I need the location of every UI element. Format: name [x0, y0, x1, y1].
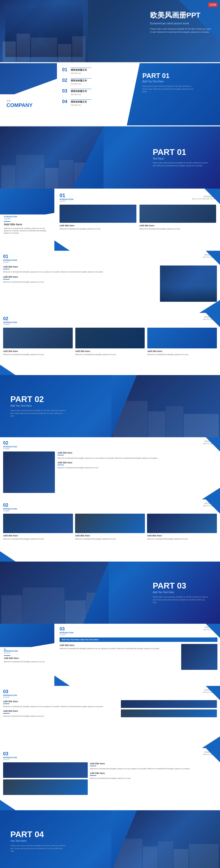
c01-second-block: Add title here Welcome to download this …	[3, 276, 157, 283]
c04-img1	[3, 514, 73, 533]
part04-buildings	[111, 834, 220, 868]
c07-t1: Add title here	[90, 762, 217, 765]
c06-b2: Welcome to download this template, pleas…	[3, 715, 118, 717]
c07-second: Add title here Welcome to download this …	[90, 772, 217, 779]
c04-t2: Add title here	[75, 534, 145, 537]
c05-blue-bar: Add You Text Here Add You Text Here	[60, 638, 217, 642]
c05-tri-bl	[54, 676, 70, 686]
c04-col1: Add title here Welcome to download this …	[3, 514, 73, 540]
c07-img1	[3, 762, 88, 778]
c02-t1: Add title here	[3, 350, 73, 352]
intro-divider	[4, 221, 10, 222]
c05-rt1: Add title here	[60, 644, 179, 647]
c07-t2: Add title here	[90, 772, 217, 774]
c05-rcol1: Add title here Welcome to download this …	[60, 644, 179, 670]
c01-label: INTRODUCTION	[3, 259, 17, 261]
toc-part01-panel: PART 01 Add You Text Here Please add a c…	[127, 63, 220, 125]
part01-big-text: PART 01	[153, 148, 210, 156]
c02-t2: Add title here	[75, 350, 145, 352]
c03-body: 02 INTRODUCTION 企业规模 请添加标题文本Add You Text…	[0, 437, 220, 496]
intro-img-1	[60, 205, 136, 223]
toc-left-img	[0, 63, 57, 125]
c05-img-cut	[0, 639, 54, 647]
slide-part03-header: PART 03 Add You Text Here Please add a c…	[0, 562, 220, 624]
part04-sub: You Text Here	[10, 839, 67, 842]
c05-left-text: 03 INTRODUCTION 企业文化 Add title here Welc…	[4, 648, 52, 663]
toc-company-title: COMPANY	[6, 102, 33, 108]
c04-b2: Welcome to download this template, pleas…	[75, 538, 145, 540]
c05-left: 03 INTRODUCTION 企业文化 Add title here Welc…	[0, 624, 54, 686]
toc-part01-sub: Add You Text Here	[143, 80, 194, 83]
c03-second: Add title here Welcome to download this …	[58, 461, 217, 469]
intro-title-1: Add title here	[60, 224, 136, 227]
c04-t3: Add title here	[147, 534, 217, 537]
c02-header: 02 INTRODUCTION 企业规模 请添加标题文本Add You Text…	[3, 316, 217, 326]
c02-tri-tr	[206, 313, 220, 327]
toc-label: 目录 COMPANY	[6, 99, 33, 108]
c02-b3: Welcome to download this template, pleas…	[147, 353, 217, 355]
part02-buildings	[111, 396, 220, 437]
c04-sub: 企业规模	[3, 510, 17, 512]
c01-img-grad	[160, 286, 217, 302]
c07-line2	[90, 775, 96, 776]
c04-layout: Add title here Welcome to download this …	[3, 514, 217, 540]
c06-t1: Add title here	[3, 700, 118, 703]
c06-line2	[3, 713, 9, 714]
toc-title-4: 请添加标题文本	[71, 100, 122, 103]
intro-col2: Add title here Welcome to download this …	[139, 205, 216, 230]
toc-items: 01 请添加标题文本 Add title here 02 请添加标题文本 Add…	[62, 67, 122, 110]
c07-tri-tr	[206, 748, 220, 762]
intro-img-cut	[0, 207, 54, 215]
cover-sub-title: Euramerican wind picture book	[150, 22, 212, 25]
c02-img1	[3, 328, 73, 348]
toc-item-3: 03 请添加标题文本 Add title here	[62, 88, 122, 95]
toc-divider-4	[71, 99, 91, 100]
slide-content-06: 03 INTRODUCTION 企业文化 请添加标题文本Add You Text…	[0, 686, 220, 748]
c03-t1: Add title here	[58, 452, 217, 454]
intro-right: 01 INTRODUCTION 企业简介 请添加标题文本Add You Text…	[57, 189, 220, 251]
c07-layout: Add title here Welcome to download this …	[3, 762, 217, 795]
c04-tri-tr	[206, 499, 220, 514]
c02-tri-bl	[0, 365, 15, 375]
c07-text: Add title here Welcome to download this …	[90, 762, 217, 795]
c03-main-img	[3, 452, 55, 493]
c03-tri-tr	[206, 437, 220, 452]
part03-sub: Add You Text Here	[153, 591, 210, 594]
part02-city	[111, 375, 220, 437]
toc-sub-3: Add title here	[71, 94, 122, 95]
intro-img-2	[139, 205, 216, 223]
toc-divider-2	[71, 78, 91, 79]
toc-num-3: 03	[62, 88, 69, 94]
cover-main-title: 欧美风画册PPT	[150, 10, 212, 20]
c03-tri-br	[202, 488, 220, 499]
c01-sub: 企业简介	[3, 261, 17, 264]
slide-content-01: 01 INTRODUCTION 企业简介 请添加标题文本Add You Text…	[0, 251, 220, 313]
c04-header: 02 INTRODUCTION 企业规模 请添加标题文本Add You Text…	[3, 502, 217, 512]
c02-b1: Welcome to download this template, pleas…	[3, 353, 73, 355]
c01-t2: Add title here	[3, 276, 157, 278]
toc-num-2: 02	[62, 78, 69, 83]
part03-desc: Please add a clear business template for…	[153, 596, 210, 604]
toc-part01-content: PART 01 Add You Text Here Please add a c…	[143, 72, 194, 93]
part02-content: PART 02 Add You Text Here Please add a c…	[10, 395, 67, 417]
intro-right-label: INTRODUCTION	[60, 198, 73, 200]
c05-body: Welcome to download this template, pleas…	[4, 660, 52, 663]
cover-desc: Please add a clear business template for…	[150, 27, 212, 34]
part03-city	[0, 562, 109, 624]
c02-col2: Add title here Welcome to download this …	[75, 328, 145, 355]
c01-main-img	[160, 266, 217, 302]
c03-num: 02	[3, 440, 17, 446]
c02-layout: Add title here Welcome to download this …	[3, 328, 217, 355]
toc-sub-1: Add title here	[71, 72, 122, 74]
c04-col2: Add title here Welcome to download this …	[75, 514, 145, 540]
cover-city-img	[0, 0, 88, 62]
c03-line	[58, 455, 64, 455]
c06-sub: 企业文化	[3, 696, 17, 699]
c02-col3: Add title here Welcome to download this …	[147, 328, 217, 355]
c07-label: INTRODUCTION	[3, 756, 17, 758]
c01-img-side	[160, 266, 217, 302]
c04-tri-bl	[0, 551, 15, 562]
intro-right-sub: 企业简介	[60, 200, 73, 203]
c01-tri-br	[199, 300, 220, 313]
c04-img2	[75, 514, 145, 533]
